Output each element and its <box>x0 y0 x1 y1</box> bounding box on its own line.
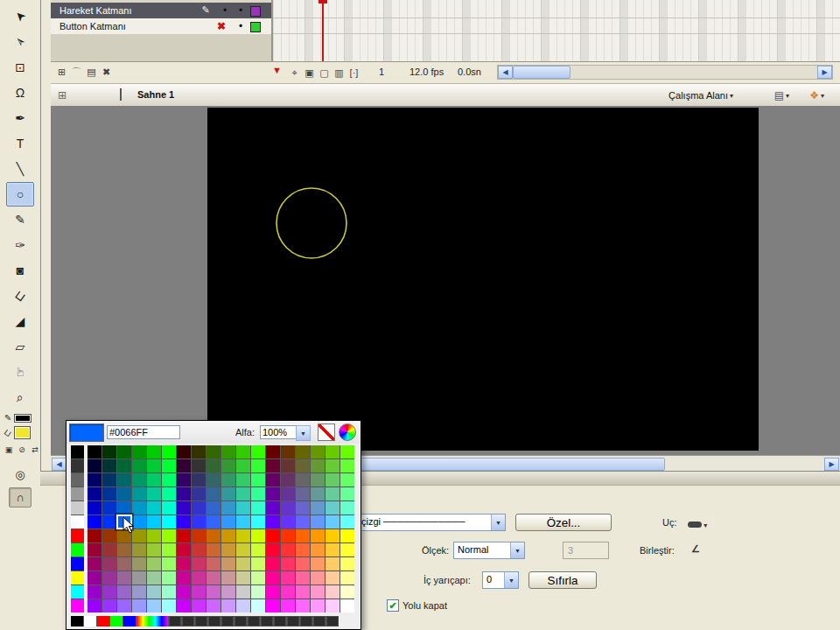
gradient-swatch[interactable] <box>123 616 136 626</box>
palette-swatch[interactable] <box>251 487 265 500</box>
scene-name[interactable]: Sahne 1 <box>137 89 174 100</box>
palette-swatch[interactable] <box>326 599 340 612</box>
palette-swatch[interactable] <box>340 501 354 514</box>
palette-swatch[interactable] <box>296 515 310 528</box>
no-color-button[interactable] <box>318 424 335 441</box>
timeline-scrollbar[interactable]: ◀ ▶ <box>497 65 833 80</box>
stroke-color-swatch[interactable] <box>14 414 32 423</box>
playhead[interactable] <box>322 0 324 61</box>
palette-swatch[interactable] <box>102 557 116 570</box>
palette-swatch[interactable] <box>206 543 220 556</box>
scroll-left-button[interactable]: ◀ <box>52 458 66 471</box>
chevron-down-icon[interactable]: ▼ <box>491 514 505 530</box>
pencil-tool[interactable]: ✎ <box>6 207 34 232</box>
palette-swatch[interactable] <box>236 599 250 612</box>
palette-swatch[interactable] <box>71 599 84 612</box>
palette-swatch[interactable] <box>296 585 310 598</box>
palette-swatch[interactable] <box>162 529 176 542</box>
palette-swatch[interactable] <box>117 501 131 514</box>
palette-swatch[interactable] <box>177 515 191 528</box>
palette-swatch[interactable] <box>117 599 131 612</box>
palette-swatch[interactable] <box>192 459 206 472</box>
palette-swatch[interactable] <box>192 557 206 570</box>
palette-swatch[interactable] <box>132 445 146 458</box>
palette-swatch[interactable] <box>147 543 161 556</box>
palette-swatch[interactable] <box>102 543 116 556</box>
palette-swatch[interactable] <box>192 515 206 528</box>
palette-swatch[interactable] <box>326 571 340 584</box>
palette-swatch[interactable] <box>71 571 84 584</box>
timeline-toggle-icon[interactable]: ⊞ <box>58 89 66 102</box>
palette-swatch[interactable] <box>162 599 176 612</box>
text-tool[interactable]: T <box>6 131 34 156</box>
palette-swatch[interactable] <box>88 599 102 612</box>
palette-swatch[interactable] <box>296 529 310 542</box>
palette-swatch[interactable] <box>162 501 176 514</box>
palette-swatch[interactable] <box>251 445 265 458</box>
palette-swatch[interactable] <box>132 459 146 472</box>
gradient-swatch[interactable] <box>84 616 96 626</box>
palette-swatch[interactable] <box>296 445 310 458</box>
palette-swatch[interactable] <box>132 585 146 598</box>
lasso-tool[interactable]: Ω <box>6 80 34 105</box>
palette-swatch[interactable] <box>102 599 116 612</box>
palette-swatch[interactable] <box>221 585 235 598</box>
palette-swatch[interactable] <box>132 487 146 500</box>
palette-swatch[interactable] <box>206 557 220 570</box>
palette-swatch[interactable] <box>132 543 146 556</box>
palette-swatch[interactable] <box>326 501 340 514</box>
palette-swatch[interactable] <box>162 571 176 584</box>
palette-swatch[interactable] <box>221 543 235 556</box>
palette-swatch[interactable] <box>147 487 161 500</box>
edit-scene-button[interactable]: ▤ ▾ <box>771 87 793 104</box>
palette-swatch[interactable] <box>117 557 131 570</box>
palette-swatch[interactable] <box>340 515 354 528</box>
palette-swatch[interactable] <box>177 543 191 556</box>
onion-skin-outlines-button[interactable]: ▢ <box>317 66 332 80</box>
palette-swatch[interactable] <box>147 571 161 584</box>
palette-swatch[interactable] <box>281 487 295 500</box>
palette-swatch[interactable] <box>266 571 280 584</box>
palette-swatch[interactable] <box>177 473 191 486</box>
palette-swatch[interactable] <box>236 571 250 584</box>
palette-swatch[interactable] <box>162 459 176 472</box>
palette-swatch[interactable] <box>88 473 102 486</box>
palette-swatch[interactable] <box>88 543 102 556</box>
palette-swatch[interactable] <box>71 445 84 458</box>
palette-swatch[interactable] <box>102 501 116 514</box>
palette-swatch[interactable] <box>71 501 84 514</box>
palette-swatch[interactable] <box>221 445 235 458</box>
swap-colors-button[interactable]: ⇄ <box>31 444 39 454</box>
palette-swatch[interactable] <box>251 459 265 472</box>
layer-outline-0[interactable] <box>250 6 261 17</box>
palette-swatch[interactable] <box>340 473 354 486</box>
join-icon[interactable]: ∠ <box>691 543 700 555</box>
palette-swatch[interactable] <box>236 473 250 486</box>
palette-swatch[interactable] <box>326 473 340 486</box>
scroll-right-button[interactable]: ▶ <box>817 66 832 79</box>
edit-symbol-button[interactable]: ❖ ▾ <box>806 87 828 104</box>
delete-layer-button[interactable]: ✖ <box>99 65 114 80</box>
hand-tool[interactable]: ☞ <box>6 360 34 384</box>
zoom-tool[interactable]: ⌕ <box>6 385 34 410</box>
palette-swatch[interactable] <box>311 501 325 514</box>
palette-swatch[interactable] <box>206 487 220 500</box>
layer-visibility-toggle[interactable]: • <box>219 4 231 17</box>
palette-swatch[interactable] <box>251 529 265 542</box>
palette-swatch[interactable] <box>296 557 310 570</box>
palette-swatch[interactable] <box>117 585 131 598</box>
palette-swatch[interactable] <box>221 571 235 584</box>
center-frame-button[interactable]: ⌖ <box>287 66 302 80</box>
palette-swatch[interactable] <box>311 557 325 570</box>
palette-swatch[interactable] <box>132 473 146 486</box>
paint-bucket-tool[interactable]: ⊔ <box>6 284 34 308</box>
palette-swatch[interactable] <box>147 557 161 570</box>
palette-swatch[interactable] <box>206 599 220 612</box>
palette-swatch[interactable] <box>340 599 354 612</box>
palette-swatch[interactable] <box>340 571 354 584</box>
palette-swatch[interactable] <box>117 571 131 584</box>
layer-visibility-toggle[interactable]: ✖ <box>215 20 228 32</box>
stage-scrollbar-thumb[interactable] <box>313 458 665 471</box>
gradient-swatch[interactable] <box>110 616 122 626</box>
timeline-scrollbar-thumb[interactable] <box>513 66 570 79</box>
